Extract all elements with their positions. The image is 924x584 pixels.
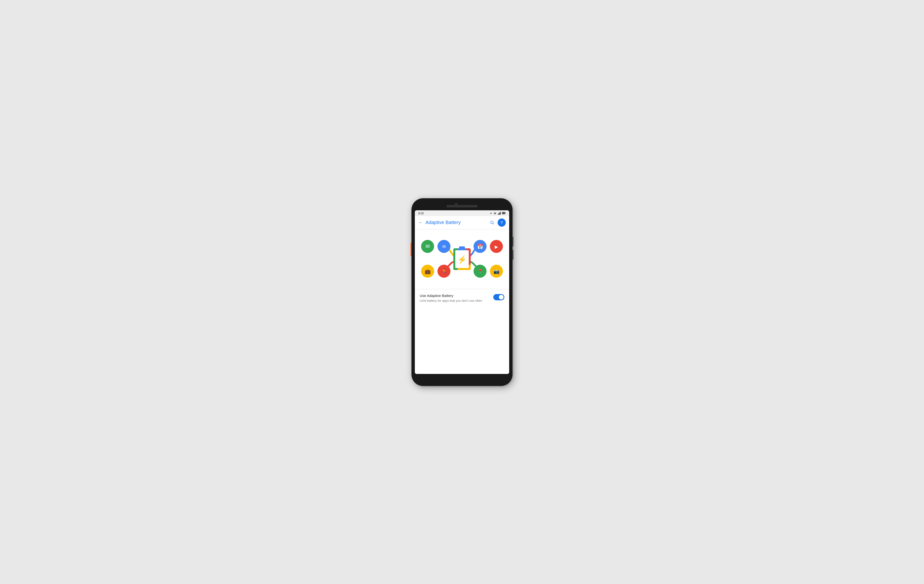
phone-device: 9:00 ∗ bbox=[411, 198, 513, 386]
help-icon: ? bbox=[501, 221, 503, 224]
power-button[interactable] bbox=[411, 243, 411, 256]
volume-down-button[interactable] bbox=[513, 250, 513, 260]
search-button[interactable] bbox=[488, 218, 496, 227]
battery-status-icon bbox=[502, 212, 506, 215]
wifi-icon bbox=[493, 212, 497, 215]
svg-text:▶: ▶ bbox=[495, 244, 498, 249]
svg-rect-1 bbox=[498, 214, 498, 214]
app-bar-actions: ? bbox=[488, 218, 506, 227]
svg-text:📅: 📅 bbox=[477, 244, 483, 249]
speaker-bar bbox=[446, 205, 478, 208]
illustration-svg: ✉ ✉ 💼 🏃 bbox=[421, 235, 503, 283]
phone-screen: 9:00 ∗ bbox=[415, 210, 509, 374]
signal-icon bbox=[498, 212, 501, 215]
setting-title: Use Adaptive Battery bbox=[420, 294, 490, 298]
adaptive-battery-toggle[interactable] bbox=[493, 294, 504, 300]
volume-up-button[interactable] bbox=[513, 237, 513, 246]
status-bar: 9:00 ∗ bbox=[415, 210, 509, 216]
svg-line-9 bbox=[493, 223, 493, 224]
app-bar: ← Adaptive Battery ? bbox=[415, 216, 509, 229]
battery-icon-center: ⚡ bbox=[453, 246, 471, 270]
svg-rect-7 bbox=[502, 213, 505, 214]
setting-text-block: Use Adaptive Battery Limit battery for a… bbox=[420, 294, 490, 303]
svg-text:✉: ✉ bbox=[426, 243, 430, 249]
page-title: Adaptive Battery bbox=[426, 220, 485, 225]
help-button[interactable]: ? bbox=[498, 218, 506, 227]
illustration-area: ✉ ✉ 💼 🏃 bbox=[415, 229, 509, 289]
settings-section: Use Adaptive Battery Limit battery for a… bbox=[415, 289, 509, 374]
bluetooth-icon: ∗ bbox=[490, 212, 492, 215]
svg-rect-16 bbox=[459, 246, 465, 249]
svg-text:✉: ✉ bbox=[442, 244, 446, 249]
svg-point-0 bbox=[495, 214, 495, 214]
svg-text:💼: 💼 bbox=[425, 269, 431, 274]
back-button[interactable]: ← bbox=[418, 220, 423, 225]
status-time: 9:00 bbox=[418, 212, 424, 215]
svg-text:📍: 📍 bbox=[477, 269, 483, 274]
toggle-thumb bbox=[499, 295, 503, 300]
svg-rect-3 bbox=[499, 213, 500, 214]
svg-rect-2 bbox=[498, 213, 499, 214]
setting-description: Limit battery for apps that you don't us… bbox=[420, 299, 490, 303]
adaptive-battery-setting: Use Adaptive Battery Limit battery for a… bbox=[420, 294, 504, 303]
svg-rect-6 bbox=[505, 213, 506, 214]
svg-rect-4 bbox=[500, 212, 501, 214]
adaptive-battery-illustration: ✉ ✉ 💼 🏃 bbox=[421, 235, 503, 283]
phone-body: 9:00 ∗ bbox=[411, 198, 513, 386]
status-icons: ∗ bbox=[490, 212, 506, 215]
svg-text:🏃: 🏃 bbox=[441, 268, 447, 275]
svg-text:📷: 📷 bbox=[493, 269, 500, 274]
svg-text:⚡: ⚡ bbox=[457, 255, 467, 264]
